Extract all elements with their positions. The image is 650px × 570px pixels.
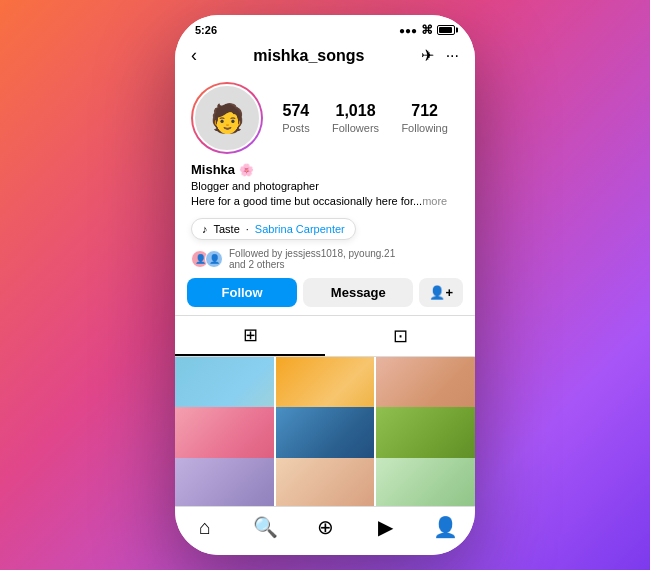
posts-count: 574 bbox=[283, 102, 310, 120]
followers-label: Followers bbox=[332, 122, 379, 134]
nav-add[interactable]: ⊕ bbox=[295, 515, 355, 539]
photo-7[interactable] bbox=[175, 458, 274, 506]
tagged-tab[interactable]: ⊡ bbox=[325, 316, 475, 356]
action-buttons-row: Follow Message 👤+ bbox=[175, 274, 475, 315]
profile-icon: 👤 bbox=[433, 515, 458, 539]
tagged-icon: ⊡ bbox=[393, 325, 408, 347]
followed-by-row: 👤 👤 Followed by jessjess1018, pyoung.21 … bbox=[175, 244, 475, 274]
battery-icon bbox=[437, 25, 455, 35]
music-artist[interactable]: Sabrina Carpenter bbox=[255, 223, 345, 235]
status-time: 5:26 bbox=[195, 24, 217, 36]
bio-line1: Blogger and photographer bbox=[191, 180, 319, 192]
bio-text: Blogger and photographer Here for a good… bbox=[191, 179, 459, 210]
add-person-icon: 👤+ bbox=[429, 285, 453, 300]
avatar-container: 🧑 bbox=[191, 82, 263, 154]
add-person-button[interactable]: 👤+ bbox=[419, 278, 463, 307]
followers-count: 1,018 bbox=[336, 102, 376, 120]
nav-reels[interactable]: ▶ bbox=[355, 515, 415, 539]
following-count: 712 bbox=[411, 102, 438, 120]
header-actions: ✈ ··· bbox=[421, 46, 459, 65]
posts-label: Posts bbox=[282, 122, 310, 134]
add-icon: ⊕ bbox=[317, 515, 334, 539]
verified-badge: 🌸 bbox=[239, 163, 254, 177]
music-note-icon: ♪ bbox=[202, 223, 208, 235]
more-link[interactable]: more bbox=[422, 195, 447, 207]
followed-by-text: Followed by jessjess1018, pyoung.21 and … bbox=[229, 248, 395, 270]
nav-search[interactable]: 🔍 bbox=[235, 515, 295, 539]
wifi-icon: ⌘ bbox=[421, 23, 433, 37]
followed-avatar-2: 👤 bbox=[205, 250, 223, 268]
photo-grid bbox=[175, 357, 475, 506]
username-title: mishka_songs bbox=[253, 47, 364, 65]
music-song: Taste bbox=[214, 223, 240, 235]
following-label: Following bbox=[401, 122, 447, 134]
profile-name-row: Mishka 🌸 bbox=[191, 162, 459, 177]
profile-header: ‹ mishka_songs ✈ ··· bbox=[175, 41, 475, 74]
status-icons: ●●● ⌘ bbox=[399, 23, 455, 37]
followers-stat[interactable]: 1,018 Followers bbox=[332, 102, 379, 134]
display-name: Mishka bbox=[191, 162, 235, 177]
grid-tab[interactable]: ⊞ bbox=[175, 316, 325, 356]
phone-frame: 5:26 ●●● ⌘ ‹ mishka_songs ✈ ··· 🧑 574 Po… bbox=[175, 15, 475, 555]
message-button[interactable]: Message bbox=[303, 278, 413, 307]
bio-line2: Here for a good time but occasionally he… bbox=[191, 195, 422, 207]
bottom-navigation: ⌂ 🔍 ⊕ ▶ 👤 bbox=[175, 506, 475, 555]
followed-avatars: 👤 👤 bbox=[191, 250, 223, 268]
nav-home[interactable]: ⌂ bbox=[175, 515, 235, 539]
follow-button[interactable]: Follow bbox=[187, 278, 297, 307]
signal-icon: ●●● bbox=[399, 25, 417, 36]
profile-stats-row: 🧑 574 Posts 1,018 Followers 712 Followin… bbox=[175, 74, 475, 158]
send-icon[interactable]: ✈ bbox=[421, 46, 434, 65]
reels-icon: ▶ bbox=[378, 515, 393, 539]
grid-icon: ⊞ bbox=[243, 324, 258, 346]
home-icon: ⌂ bbox=[199, 516, 211, 539]
posts-stat[interactable]: 574 Posts bbox=[282, 102, 310, 134]
back-button[interactable]: ‹ bbox=[191, 45, 197, 66]
stats-container: 574 Posts 1,018 Followers 712 Following bbox=[271, 102, 459, 134]
avatar: 🧑 bbox=[193, 84, 261, 152]
more-options-icon[interactable]: ··· bbox=[446, 47, 459, 65]
profile-info: Mishka 🌸 Blogger and photographer Here f… bbox=[175, 158, 475, 214]
music-badge[interactable]: ♪ Taste · Sabrina Carpenter bbox=[191, 218, 356, 240]
music-dot: · bbox=[246, 223, 249, 235]
following-stat[interactable]: 712 Following bbox=[401, 102, 447, 134]
photo-9[interactable] bbox=[376, 458, 475, 506]
nav-profile[interactable]: 👤 bbox=[415, 515, 475, 539]
search-icon: 🔍 bbox=[253, 515, 278, 539]
status-bar: 5:26 ●●● ⌘ bbox=[175, 15, 475, 41]
content-tabs: ⊞ ⊡ bbox=[175, 315, 475, 357]
photo-8[interactable] bbox=[276, 458, 375, 506]
